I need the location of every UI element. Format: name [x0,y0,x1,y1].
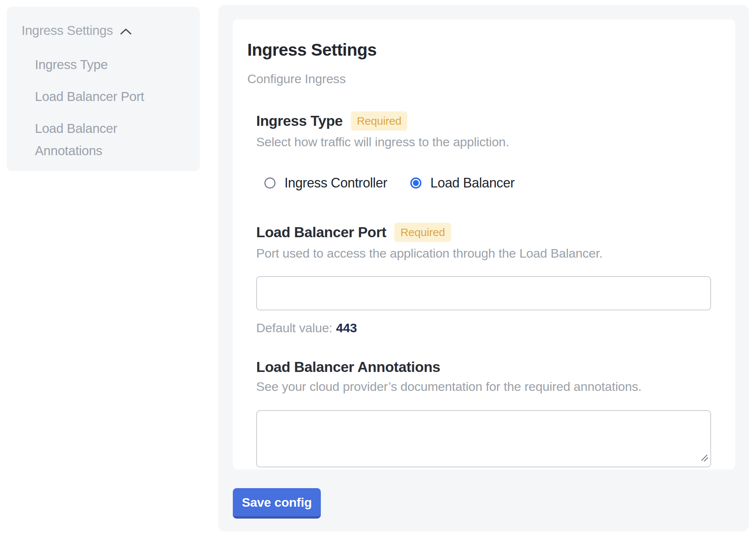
field-label-load-balancer-annotations: Load Balancer Annotations [256,359,440,375]
annotations-textarea-wrap [256,410,711,467]
field-label-load-balancer-port: Load Balancer Port [256,224,386,241]
radio-label-ingress-controller: Ingress Controller [284,175,387,191]
radio-option-load-balancer[interactable]: Load Balancer [410,175,515,191]
field-description-load-balancer-port: Port used to access the application thro… [256,246,711,261]
radio-option-ingress-controller[interactable]: Ingress Controller [264,175,387,191]
settings-panel: Ingress Settings Configure Ingress Ingre… [218,5,749,532]
sidebar-item-load-balancer-annotations[interactable]: Load Balancer Annotations [35,117,157,162]
settings-card: Ingress Settings Configure Ingress Ingre… [233,19,735,470]
field-ingress-type: Ingress Type Required Select how traffic… [256,111,711,191]
sidebar-nav: Ingress Type Load Balancer Port Load Bal… [22,53,186,162]
field-description-load-balancer-annotations: See your cloud provider’s documentation … [256,379,711,394]
radio-unselected-icon[interactable] [264,177,276,189]
required-badge: Required [351,111,407,131]
ingress-type-radio-group: Ingress Controller Load Balancer [264,175,711,191]
default-value-line: Default value:443 [256,321,711,335]
save-config-button[interactable]: Save config [233,488,321,519]
sidebar-item-ingress-type[interactable]: Ingress Type [35,53,157,76]
fields: Ingress Type Required Select how traffic… [256,111,711,467]
chevron-up-icon [120,27,132,36]
page: Ingress Settings Ingress Type Load Balan… [0,0,756,539]
field-label-ingress-type: Ingress Type [256,113,343,129]
page-title: Ingress Settings [247,40,735,60]
field-load-balancer-annotations: Load Balancer Annotations See your cloud… [256,359,711,467]
sidebar-group-label: Ingress Settings [22,23,113,38]
radio-label-load-balancer: Load Balancer [430,175,515,191]
resize-grip-icon[interactable] [701,454,709,464]
page-subtitle: Configure Ingress [247,72,735,86]
field-load-balancer-port: Load Balancer Port Required Port used to… [256,223,711,335]
annotations-textarea[interactable] [256,410,711,467]
field-description-ingress-type: Select how traffic will ingress to the a… [256,134,711,149]
required-badge: Required [394,223,451,242]
load-balancer-port-input[interactable] [256,276,711,310]
sidebar-item-load-balancer-port[interactable]: Load Balancer Port [35,85,157,108]
radio-selected-icon[interactable] [410,177,421,189]
sidebar-group-ingress-settings[interactable]: Ingress Settings [22,23,186,38]
sidebar: Ingress Settings Ingress Type Load Balan… [7,7,200,171]
default-value-label: Default value: [256,321,332,335]
default-value: 443 [336,321,357,335]
